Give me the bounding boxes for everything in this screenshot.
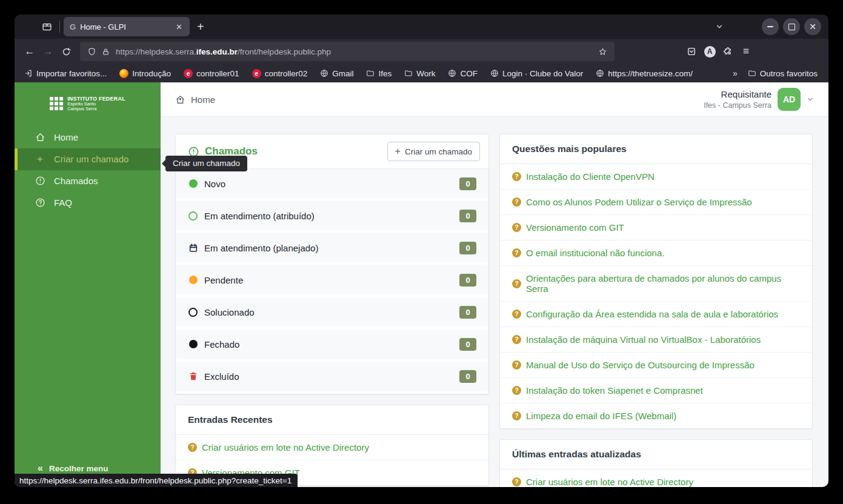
bookmark-label: Login · Clube do Valor bbox=[502, 69, 583, 78]
create-ticket-button[interactable]: + Criar um chamado bbox=[387, 142, 480, 161]
status-row-solucionado[interactable]: Solucionado 0 bbox=[176, 297, 488, 327]
status-row-fechado[interactable]: Fechado 0 bbox=[176, 330, 488, 359]
firefox-view-icon[interactable] bbox=[36, 18, 57, 36]
kb-link[interactable]: ?Versionamento com GIT bbox=[500, 214, 812, 240]
e-badge-icon: e bbox=[184, 69, 193, 78]
ifes-logo-mark bbox=[50, 97, 63, 110]
reload-icon[interactable] bbox=[57, 42, 75, 61]
sidebar-item-faq[interactable]: FAQ bbox=[15, 192, 161, 214]
status-row-atribuido[interactable]: Em atendimento (atribuído) 0 bbox=[176, 201, 488, 230]
breadcrumb[interactable]: Home bbox=[175, 94, 215, 105]
kb-link[interactable]: ?Limpeza do email do IFES (Webmail) bbox=[500, 403, 812, 428]
bookmark-gmail[interactable]: Gmail bbox=[320, 69, 353, 78]
extensions-puzzle-icon[interactable] bbox=[719, 42, 737, 61]
main-area: Home Requisitante Ifes - Campus Serra AD bbox=[161, 82, 828, 487]
pocket-icon[interactable] bbox=[682, 42, 701, 61]
account-icon[interactable]: A bbox=[701, 42, 719, 61]
recent-entries-header: Entradas Recentes bbox=[176, 405, 488, 435]
user-entity: Ifes - Campus Serra bbox=[704, 101, 771, 110]
maximize-button[interactable] bbox=[783, 18, 800, 35]
bookmark-star-icon[interactable] bbox=[598, 47, 607, 56]
kb-link[interactable]: ? Criar usuários em lote no Active Direc… bbox=[500, 469, 812, 487]
bookmark-introducao[interactable]: Introdução bbox=[119, 69, 171, 78]
bookmark-label: Gmail bbox=[332, 69, 353, 78]
user-menu[interactable]: Requisitante Ifes - Campus Serra AD bbox=[704, 88, 814, 111]
kb-link-label: Como os Alunos Podem Utilizar o Serviço … bbox=[526, 197, 752, 207]
bookmark-label: https://thetruesize.com/ bbox=[608, 69, 693, 78]
globe-icon bbox=[490, 69, 499, 78]
sidebar-menu: Home + Criar um chamado Chamados FAQ bbox=[15, 127, 161, 214]
forward-icon[interactable]: → bbox=[39, 42, 57, 61]
status-row-novo[interactable]: Novo 0 bbox=[176, 169, 488, 198]
back-icon[interactable]: ← bbox=[21, 42, 39, 61]
bookmarks-overflow-chevron-icon[interactable]: » bbox=[733, 68, 738, 78]
list-tabs-chevron-icon[interactable] bbox=[715, 22, 724, 31]
page-body: Chamados + Criar um chamado Novo bbox=[161, 117, 828, 487]
updated-entries-title: Últimas entradas atualizadas bbox=[512, 449, 641, 460]
status-pending-icon bbox=[188, 275, 198, 285]
kb-link[interactable]: ?Como os Alunos Podem Utilizar o Serviço… bbox=[500, 189, 812, 214]
page-header: Home Requisitante Ifes - Campus Serra AD bbox=[161, 82, 828, 117]
popular-questions-card: Questões mais populares ?Instalação do C… bbox=[499, 134, 813, 429]
count-badge: 0 bbox=[459, 242, 476, 254]
bookmark-controller02[interactable]: e controller02 bbox=[252, 69, 308, 78]
browser-window: G Home - GLPI ✕ + ✕ ← → https://helpdesk… bbox=[15, 15, 828, 487]
kb-link-label: Instalação de máquina Virtual no Virtual… bbox=[526, 334, 761, 345]
help-circle-icon bbox=[35, 197, 45, 208]
status-row-planejado[interactable]: Em atendimento (planejado) 0 bbox=[176, 233, 488, 262]
status-row-pendente[interactable]: Pendente 0 bbox=[176, 265, 488, 294]
question-mark-icon: ? bbox=[512, 279, 521, 288]
kb-link[interactable]: ?O email institucional não funciona. bbox=[500, 240, 812, 265]
new-tab-button[interactable]: + bbox=[197, 21, 204, 33]
browser-tab[interactable]: G Home - GLPI ✕ bbox=[64, 17, 190, 36]
kb-link[interactable]: ?Instalação do token Siapenet e Comprasn… bbox=[500, 377, 812, 403]
kb-link[interactable]: ? Criar usuários em lote no Active Direc… bbox=[176, 435, 488, 460]
e-badge-icon: e bbox=[252, 69, 261, 78]
kb-link[interactable]: ?Manual de Uso do Serviço de Outsourcing… bbox=[500, 352, 812, 377]
count-badge: 0 bbox=[459, 338, 476, 351]
page-content: INSTITUTO FEDERAL Espírito Santo Campus … bbox=[15, 82, 828, 487]
trash-icon bbox=[188, 371, 198, 382]
ifes-logo-text: INSTITUTO FEDERAL Espírito Santo Campus … bbox=[67, 96, 125, 112]
question-mark-icon: ? bbox=[512, 360, 521, 370]
home-breadcrumb-icon bbox=[175, 94, 185, 105]
minimize-button[interactable] bbox=[762, 18, 779, 35]
kb-link[interactable]: ?Instalação do Cliente OpenVPN bbox=[500, 164, 812, 189]
count-badge: 0 bbox=[459, 210, 476, 222]
status-solved-icon bbox=[188, 307, 198, 317]
bookmark-cof[interactable]: COF bbox=[448, 69, 478, 78]
kb-link[interactable]: ?Instalação de máquina Virtual no Virtua… bbox=[500, 327, 812, 352]
bookmark-import[interactable]: Importar favoritos... bbox=[24, 69, 107, 78]
bookmark-thetruesize[interactable]: https://thetruesize.com/ bbox=[596, 69, 693, 78]
folder-icon bbox=[404, 69, 413, 78]
firefox-icon bbox=[119, 69, 128, 78]
sidebar-item-criar-um-chamado[interactable]: + Criar um chamado bbox=[15, 148, 161, 170]
sidebar-item-label: Criar um chamado bbox=[54, 154, 128, 164]
bookmark-label: Introdução bbox=[132, 69, 171, 78]
glpi-favicon: G bbox=[70, 22, 76, 31]
user-meta: Requisitante Ifes - Campus Serra bbox=[704, 88, 771, 110]
kb-link[interactable]: ?Orientações para abertura de chamados p… bbox=[500, 265, 812, 301]
bookmark-folder-ifes[interactable]: Ifes bbox=[366, 69, 392, 78]
bookmark-controller01[interactable]: e controller01 bbox=[184, 69, 239, 78]
bookmark-folder-work[interactable]: Work bbox=[404, 69, 435, 78]
tab-close-icon[interactable]: ✕ bbox=[172, 21, 186, 33]
kb-link-label: Configuração da Área estendida na sala d… bbox=[526, 309, 778, 319]
avatar[interactable]: AD bbox=[778, 88, 801, 111]
url-bar[interactable]: https://helpdesk.serra.ifes.edu.br/front… bbox=[80, 42, 615, 61]
plus-icon: + bbox=[395, 147, 401, 156]
kb-link[interactable]: ?Configuração da Área estendida na sala … bbox=[500, 301, 812, 327]
status-closed-icon bbox=[188, 339, 198, 350]
close-button[interactable]: ✕ bbox=[804, 18, 821, 35]
sidebar-item-chamados[interactable]: Chamados bbox=[15, 170, 161, 192]
bookmark-clube-do-valor[interactable]: Login · Clube do Valor bbox=[490, 69, 583, 78]
question-mark-icon: ? bbox=[512, 172, 521, 181]
question-mark-icon: ? bbox=[512, 411, 521, 420]
ifes-logo[interactable]: INSTITUTO FEDERAL Espírito Santo Campus … bbox=[50, 96, 125, 112]
status-row-excluido[interactable]: Excluído 0 bbox=[176, 362, 488, 391]
popular-questions-header: Questões mais populares bbox=[500, 134, 812, 164]
question-mark-icon: ? bbox=[188, 443, 197, 452]
bookmark-outros-favoritos[interactable]: Outros favoritos bbox=[748, 69, 818, 78]
menu-hamburger-icon[interactable]: ≡ bbox=[737, 42, 755, 61]
sidebar-item-home[interactable]: Home bbox=[15, 127, 161, 148]
